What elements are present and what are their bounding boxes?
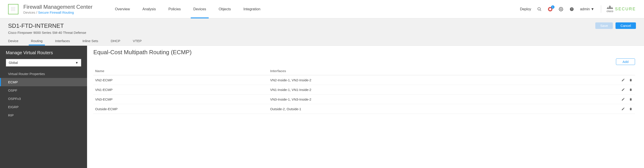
content-area: Equal-Cost Multipath Routing (ECMP) Add … [87,46,644,168]
tab-vtep[interactable]: VTEP [133,39,142,45]
brand-block: Firewall Management Center Devices / Sec… [23,4,92,14]
save-button[interactable]: Save [595,22,613,29]
help-icon[interactable]: ? [569,7,574,12]
cell-interfaces: VN3-Inside-1, VN3-Inside-2 [268,95,615,104]
add-button[interactable]: Add [616,58,635,65]
edit-icon[interactable] [621,106,626,111]
tab-device[interactable]: Device [8,39,18,45]
content-title: Equal-Cost Multipath Routing (ECMP) [93,49,635,56]
ecmp-table: Name Interfaces VN2-ECMP VN2-Inside-1, V… [93,67,635,114]
delete-icon[interactable] [628,106,633,111]
cisco-label: cisco [606,9,613,13]
vr-select-value: Global [9,61,18,64]
sidebar-item-ecmp[interactable]: ECMP [0,78,87,86]
main-area: Manage Virtual Routers Global ▼ Virtual … [0,46,644,168]
delete-icon[interactable] [628,87,633,92]
chevron-down-icon: ▼ [591,7,594,11]
gear-icon[interactable] [558,7,564,12]
top-bar: Firewall Management Center Devices / Sec… [0,0,644,18]
edit-icon[interactable] [621,97,626,102]
brand-title: Firewall Management Center [23,4,92,10]
virtual-router-select[interactable]: Global ▼ [6,59,81,67]
page-title: SD1-FTD-INTERNET [8,22,86,29]
nav-objects[interactable]: Objects [218,0,231,18]
sidebar-item-eigrp[interactable]: EIGRP [0,103,87,111]
notification-icon[interactable]: 1 [548,7,553,12]
nav-policies[interactable]: Policies [168,0,181,18]
nav-integration[interactable]: Integration [244,0,260,18]
admin-label: admin [580,7,590,11]
secure-label: SECURE [615,7,636,11]
cell-name: VN3-ECMP [93,95,268,104]
sidebar-item-ospfv3[interactable]: OSPFv3 [0,95,87,103]
breadcrumb: Devices / Secure Firewall Routing [23,10,92,14]
app-logo [8,4,18,14]
svg-text:?: ? [571,8,573,10]
sidebar-item-vr-properties[interactable]: Virtual Router Properties [0,70,87,78]
cell-interfaces: VN1-Inside-1, VN1-Inside-2 [268,85,615,95]
cell-interfaces: VN2-Inside-1, VN2-Inside-2 [268,75,615,85]
col-header-name: Name [93,67,268,75]
cancel-button[interactable]: Cancel [616,22,636,29]
tab-dhcp[interactable]: DHCP [110,39,120,45]
sidebar-item-ospf[interactable]: OSPF [0,86,87,95]
edit-icon[interactable] [621,77,626,82]
cisco-secure-brand: cisco SECURE [601,5,636,13]
breadcrumb-link[interactable]: Secure Firewall Routing [38,10,74,14]
subheader: SD1-FTD-INTERNET Cisco Firepower 9000 Se… [0,18,644,46]
sub-tabs: Device Routing Interfaces Inline Sets DH… [8,39,636,45]
svg-point-2 [549,8,551,10]
topbar-right: Deploy 1 ? admin ▼ cisco [520,5,636,13]
delete-icon[interactable] [628,77,633,82]
cell-interfaces: Outside-2, Outside-1 [268,104,615,114]
chevron-down-icon: ▼ [75,61,78,64]
cell-name: Outside-ECMP [93,104,268,114]
cell-name: VN1-ECMP [93,85,268,95]
svg-line-1 [540,10,541,11]
tab-inline-sets[interactable]: Inline Sets [82,39,98,45]
page-subtitle: Cisco Firepower 9000 Series SM-40 Threat… [8,31,86,34]
nav-overview[interactable]: Overview [115,0,130,18]
top-nav: Overview Analysis Policies Devices Objec… [115,0,260,18]
delete-icon[interactable] [628,97,633,102]
search-icon[interactable] [537,7,542,12]
svg-point-0 [538,7,540,10]
table-row: VN2-ECMP VN2-Inside-1, VN2-Inside-2 [93,75,635,85]
nav-devices[interactable]: Devices [194,0,206,18]
sidebar-heading: Manage Virtual Routers [0,49,87,59]
cisco-logo-icon: cisco [606,5,613,13]
table-row: VN1-ECMP VN1-Inside-1, VN1-Inside-2 [93,85,635,95]
sidebar-item-rip[interactable]: RIP [0,111,87,119]
cell-name: VN2-ECMP [93,75,268,85]
deploy-link[interactable]: Deploy [520,7,531,11]
edit-icon[interactable] [621,87,626,92]
tab-routing[interactable]: Routing [31,39,43,45]
breadcrumb-prefix: Devices / [23,10,38,14]
tab-interfaces[interactable]: Interfaces [55,39,70,45]
admin-menu[interactable]: admin ▼ [580,7,594,11]
notification-badge: 1 [551,5,554,9]
sidebar: Manage Virtual Routers Global ▼ Virtual … [0,46,87,168]
table-row: Outside-ECMP Outside-2, Outside-1 [93,104,635,114]
nav-analysis[interactable]: Analysis [142,0,156,18]
col-header-interfaces: Interfaces [268,67,615,75]
table-row: VN3-ECMP VN3-Inside-1, VN3-Inside-2 [93,95,635,104]
svg-point-3 [560,8,562,10]
